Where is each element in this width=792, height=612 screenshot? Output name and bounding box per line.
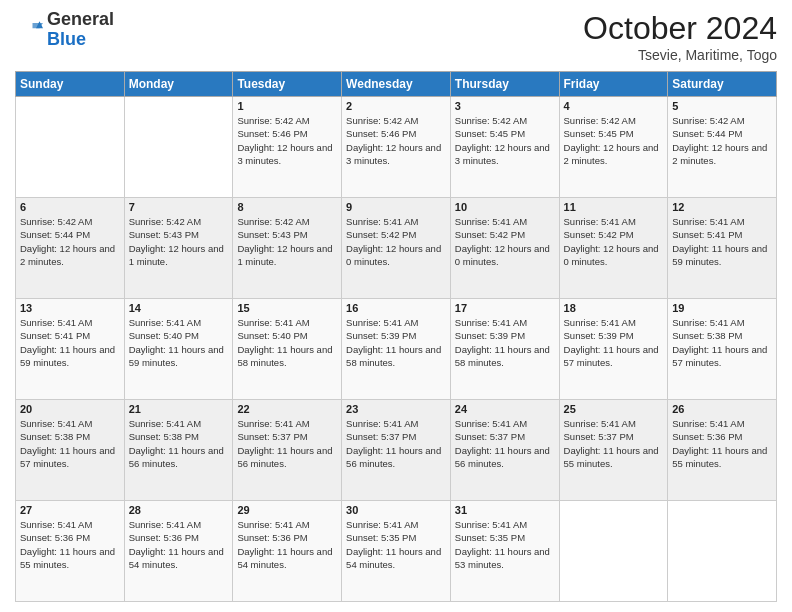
calendar-cell: 13Sunrise: 5:41 AM Sunset: 5:41 PM Dayli…: [16, 299, 125, 400]
calendar-cell: 24Sunrise: 5:41 AM Sunset: 5:37 PM Dayli…: [450, 400, 559, 501]
calendar-cell: 27Sunrise: 5:41 AM Sunset: 5:36 PM Dayli…: [16, 501, 125, 602]
day-number: 30: [346, 504, 446, 516]
weekday-header-monday: Monday: [124, 72, 233, 97]
calendar-body: 1Sunrise: 5:42 AM Sunset: 5:46 PM Daylig…: [16, 97, 777, 602]
weekday-header-friday: Friday: [559, 72, 668, 97]
day-info: Sunrise: 5:42 AM Sunset: 5:44 PM Dayligh…: [672, 114, 772, 167]
day-info: Sunrise: 5:41 AM Sunset: 5:40 PM Dayligh…: [237, 316, 337, 369]
day-info: Sunrise: 5:42 AM Sunset: 5:43 PM Dayligh…: [129, 215, 229, 268]
day-number: 4: [564, 100, 664, 112]
day-number: 14: [129, 302, 229, 314]
day-info: Sunrise: 5:42 AM Sunset: 5:46 PM Dayligh…: [346, 114, 446, 167]
day-number: 18: [564, 302, 664, 314]
day-number: 19: [672, 302, 772, 314]
day-info: Sunrise: 5:41 AM Sunset: 5:36 PM Dayligh…: [20, 518, 120, 571]
day-info: Sunrise: 5:41 AM Sunset: 5:36 PM Dayligh…: [672, 417, 772, 470]
calendar-cell: [668, 501, 777, 602]
calendar-cell: 15Sunrise: 5:41 AM Sunset: 5:40 PM Dayli…: [233, 299, 342, 400]
day-number: 26: [672, 403, 772, 415]
calendar-cell: [559, 501, 668, 602]
day-info: Sunrise: 5:41 AM Sunset: 5:42 PM Dayligh…: [455, 215, 555, 268]
calendar-cell: 17Sunrise: 5:41 AM Sunset: 5:39 PM Dayli…: [450, 299, 559, 400]
day-number: 10: [455, 201, 555, 213]
day-number: 29: [237, 504, 337, 516]
calendar-cell: 19Sunrise: 5:41 AM Sunset: 5:38 PM Dayli…: [668, 299, 777, 400]
day-info: Sunrise: 5:42 AM Sunset: 5:46 PM Dayligh…: [237, 114, 337, 167]
day-info: Sunrise: 5:42 AM Sunset: 5:44 PM Dayligh…: [20, 215, 120, 268]
day-number: 2: [346, 100, 446, 112]
day-number: 12: [672, 201, 772, 213]
weekday-header-tuesday: Tuesday: [233, 72, 342, 97]
calendar-cell: [16, 97, 125, 198]
month-title: October 2024: [583, 10, 777, 47]
day-info: Sunrise: 5:42 AM Sunset: 5:45 PM Dayligh…: [564, 114, 664, 167]
calendar-week-3: 13Sunrise: 5:41 AM Sunset: 5:41 PM Dayli…: [16, 299, 777, 400]
calendar-cell: 22Sunrise: 5:41 AM Sunset: 5:37 PM Dayli…: [233, 400, 342, 501]
calendar-cell: 21Sunrise: 5:41 AM Sunset: 5:38 PM Dayli…: [124, 400, 233, 501]
calendar-cell: 11Sunrise: 5:41 AM Sunset: 5:42 PM Dayli…: [559, 198, 668, 299]
calendar-cell: 31Sunrise: 5:41 AM Sunset: 5:35 PM Dayli…: [450, 501, 559, 602]
day-info: Sunrise: 5:42 AM Sunset: 5:43 PM Dayligh…: [237, 215, 337, 268]
day-number: 15: [237, 302, 337, 314]
calendar-cell: 20Sunrise: 5:41 AM Sunset: 5:38 PM Dayli…: [16, 400, 125, 501]
calendar-cell: 29Sunrise: 5:41 AM Sunset: 5:36 PM Dayli…: [233, 501, 342, 602]
day-info: Sunrise: 5:41 AM Sunset: 5:37 PM Dayligh…: [237, 417, 337, 470]
calendar-cell: 8Sunrise: 5:42 AM Sunset: 5:43 PM Daylig…: [233, 198, 342, 299]
day-number: 3: [455, 100, 555, 112]
day-number: 31: [455, 504, 555, 516]
day-info: Sunrise: 5:41 AM Sunset: 5:40 PM Dayligh…: [129, 316, 229, 369]
day-info: Sunrise: 5:41 AM Sunset: 5:39 PM Dayligh…: [455, 316, 555, 369]
day-number: 25: [564, 403, 664, 415]
day-info: Sunrise: 5:41 AM Sunset: 5:38 PM Dayligh…: [20, 417, 120, 470]
day-info: Sunrise: 5:41 AM Sunset: 5:37 PM Dayligh…: [564, 417, 664, 470]
calendar-cell: 14Sunrise: 5:41 AM Sunset: 5:40 PM Dayli…: [124, 299, 233, 400]
weekday-header-sunday: Sunday: [16, 72, 125, 97]
calendar-cell: 7Sunrise: 5:42 AM Sunset: 5:43 PM Daylig…: [124, 198, 233, 299]
day-number: 8: [237, 201, 337, 213]
generalblue-logo-icon: [15, 16, 43, 44]
day-info: Sunrise: 5:41 AM Sunset: 5:39 PM Dayligh…: [346, 316, 446, 369]
calendar-week-1: 1Sunrise: 5:42 AM Sunset: 5:46 PM Daylig…: [16, 97, 777, 198]
calendar-cell: [124, 97, 233, 198]
day-number: 16: [346, 302, 446, 314]
calendar-cell: 4Sunrise: 5:42 AM Sunset: 5:45 PM Daylig…: [559, 97, 668, 198]
logo-text: General Blue: [47, 10, 114, 50]
calendar-week-4: 20Sunrise: 5:41 AM Sunset: 5:38 PM Dayli…: [16, 400, 777, 501]
calendar-week-5: 27Sunrise: 5:41 AM Sunset: 5:36 PM Dayli…: [16, 501, 777, 602]
day-info: Sunrise: 5:41 AM Sunset: 5:36 PM Dayligh…: [237, 518, 337, 571]
day-info: Sunrise: 5:41 AM Sunset: 5:37 PM Dayligh…: [346, 417, 446, 470]
calendar-header: SundayMondayTuesdayWednesdayThursdayFrid…: [16, 72, 777, 97]
calendar-cell: 3Sunrise: 5:42 AM Sunset: 5:45 PM Daylig…: [450, 97, 559, 198]
day-number: 17: [455, 302, 555, 314]
weekday-row: SundayMondayTuesdayWednesdayThursdayFrid…: [16, 72, 777, 97]
day-number: 28: [129, 504, 229, 516]
calendar-cell: 23Sunrise: 5:41 AM Sunset: 5:37 PM Dayli…: [342, 400, 451, 501]
day-number: 6: [20, 201, 120, 213]
day-number: 7: [129, 201, 229, 213]
header: General Blue October 2024 Tsevie, Mariti…: [15, 10, 777, 63]
weekday-header-wednesday: Wednesday: [342, 72, 451, 97]
calendar: SundayMondayTuesdayWednesdayThursdayFrid…: [15, 71, 777, 602]
day-number: 13: [20, 302, 120, 314]
logo-general: General: [47, 10, 114, 30]
day-number: 1: [237, 100, 337, 112]
calendar-cell: 28Sunrise: 5:41 AM Sunset: 5:36 PM Dayli…: [124, 501, 233, 602]
day-number: 21: [129, 403, 229, 415]
calendar-cell: 2Sunrise: 5:42 AM Sunset: 5:46 PM Daylig…: [342, 97, 451, 198]
day-info: Sunrise: 5:41 AM Sunset: 5:39 PM Dayligh…: [564, 316, 664, 369]
calendar-week-2: 6Sunrise: 5:42 AM Sunset: 5:44 PM Daylig…: [16, 198, 777, 299]
day-number: 11: [564, 201, 664, 213]
day-info: Sunrise: 5:41 AM Sunset: 5:38 PM Dayligh…: [129, 417, 229, 470]
day-info: Sunrise: 5:41 AM Sunset: 5:37 PM Dayligh…: [455, 417, 555, 470]
logo-blue: Blue: [47, 30, 114, 50]
day-info: Sunrise: 5:42 AM Sunset: 5:45 PM Dayligh…: [455, 114, 555, 167]
day-info: Sunrise: 5:41 AM Sunset: 5:35 PM Dayligh…: [346, 518, 446, 571]
day-number: 27: [20, 504, 120, 516]
day-info: Sunrise: 5:41 AM Sunset: 5:35 PM Dayligh…: [455, 518, 555, 571]
day-number: 9: [346, 201, 446, 213]
day-number: 23: [346, 403, 446, 415]
page: General Blue October 2024 Tsevie, Mariti…: [0, 0, 792, 612]
day-info: Sunrise: 5:41 AM Sunset: 5:38 PM Dayligh…: [672, 316, 772, 369]
day-number: 20: [20, 403, 120, 415]
day-info: Sunrise: 5:41 AM Sunset: 5:41 PM Dayligh…: [20, 316, 120, 369]
